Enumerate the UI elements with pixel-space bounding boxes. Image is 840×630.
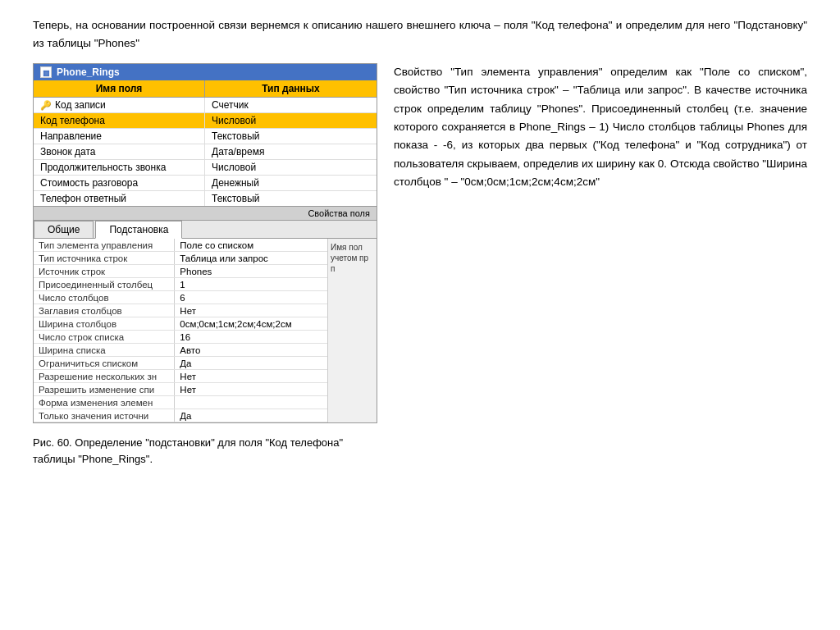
prop-value: Да <box>175 357 327 370</box>
prop-row: Разрешение нескольких знНет <box>34 370 327 383</box>
col-header-2: Тип данных <box>205 80 377 97</box>
prop-row: Форма изменения элемен <box>34 396 327 409</box>
props-outer: Тип элемента управленияПоле со спискомТи… <box>34 239 377 422</box>
row-field-type: Текстовый <box>205 191 377 206</box>
prop-name: Форма изменения элемен <box>34 396 175 409</box>
row-field-name: 🔑Код записи <box>34 98 205 112</box>
row-field-name: Телефон ответный <box>34 191 205 206</box>
prop-row: Присоединенный столбец1 <box>34 278 327 291</box>
prop-name: Тип элемента управления <box>34 239 175 252</box>
prop-value: Нет <box>175 383 327 396</box>
prop-value: Поле со списком <box>175 239 327 252</box>
key-icon: 🔑 <box>40 100 52 111</box>
table-titlebar: ▦ Phone_Rings <box>34 64 377 80</box>
prop-name: Число столбцов <box>34 291 175 304</box>
table-title: Phone_Rings <box>57 66 120 78</box>
row-field-name: Стоимость разговора <box>34 176 205 190</box>
table-row: Звонок датаДата/время <box>34 144 377 160</box>
row-field-type: Числовой <box>205 160 377 175</box>
prop-row: Только значения источниДа <box>34 409 327 422</box>
row-field-name: Направление <box>34 129 205 144</box>
table-row: 🔑Код записиСчетчик <box>34 98 377 113</box>
table-row: Продолжительность звонкаЧисловой <box>34 160 377 176</box>
row-field-type: Текстовый <box>205 129 377 144</box>
row-field-name: Код телефона <box>34 113 205 128</box>
tab-general[interactable]: Общие <box>34 221 94 238</box>
db-table-container: ▦ Phone_Rings Имя поля Тип данных 🔑Код з… <box>33 63 377 207</box>
row-field-type: Денежный <box>205 176 377 190</box>
field-props-header: Свойства поля <box>34 207 377 221</box>
table-header: Имя поля Тип данных <box>34 80 377 98</box>
row-field-name: Продолжительность звонка <box>34 160 205 175</box>
table-row: Стоимость разговораДенежный <box>34 176 377 191</box>
prop-row: Число столбцов6 <box>34 291 327 304</box>
prop-name: Тип источника строк <box>34 252 175 265</box>
prop-value: 16 <box>175 331 327 344</box>
side-note: Имя пол учетом пр п <box>327 239 377 422</box>
prop-row: Число строк списка16 <box>34 331 327 344</box>
tab-lookup[interactable]: Подстановка <box>95 221 182 239</box>
tabs-row: Общие Подстановка <box>34 221 377 239</box>
prop-value: 6 <box>175 291 327 304</box>
prop-value: Таблица или запрос <box>175 252 327 265</box>
prop-name: Ширина столбцов <box>34 317 175 331</box>
right-text: Свойство "Тип элемента управления" опред… <box>394 63 807 191</box>
prop-value: Да <box>175 409 327 422</box>
table-row: Телефон ответныйТекстовый <box>34 191 377 206</box>
props-table: Тип элемента управленияПоле со спискомТи… <box>34 239 327 422</box>
prop-row: Разрешить изменение спиНет <box>34 383 327 396</box>
prop-value: Нет <box>175 370 327 383</box>
prop-row: Тип элемента управленияПоле со списком <box>34 239 327 252</box>
prop-value: Авто <box>175 344 327 357</box>
prop-row: Ограничиться спискомДа <box>34 357 327 370</box>
prop-value: Phones <box>175 265 327 278</box>
prop-name: Разрешение нескольких зн <box>34 370 175 383</box>
prop-name: Присоединенный столбец <box>34 278 175 291</box>
prop-name: Ограничиться списком <box>34 357 175 370</box>
prop-row: Тип источника строкТаблица или запрос <box>34 252 327 265</box>
row-field-type: Числовой <box>205 113 377 128</box>
table-rows: 🔑Код записиСчетчикКод телефонаЧисловойНа… <box>34 98 377 206</box>
prop-row: Заглавия столбцовНет <box>34 304 327 317</box>
prop-value: 0см;0см;1см;2см;4см;2см <box>175 317 327 331</box>
prop-row: Ширина спискаАвто <box>34 344 327 357</box>
left-panel: ▦ Phone_Rings Имя поля Тип данных 🔑Код з… <box>33 63 377 467</box>
prop-value <box>175 396 327 409</box>
content-area: ▦ Phone_Rings Имя поля Тип данных 🔑Код з… <box>33 63 807 467</box>
prop-name: Только значения источни <box>34 409 175 422</box>
row-field-type: Дата/время <box>205 144 377 159</box>
prop-row: Источник строкPhones <box>34 265 327 278</box>
row-field-name: Звонок дата <box>34 144 205 159</box>
prop-name: Число строк списка <box>34 331 175 344</box>
table-icon: ▦ <box>40 66 52 78</box>
intro-paragraph: Теперь, на основании построенной связи в… <box>33 16 807 52</box>
props-main: Тип элемента управленияПоле со спискомТи… <box>34 239 327 422</box>
prop-name: Заглавия столбцов <box>34 304 175 317</box>
prop-value: 1 <box>175 278 327 291</box>
table-row: НаправлениеТекстовый <box>34 129 377 144</box>
col-header-1: Имя поля <box>34 80 205 97</box>
prop-row: Ширина столбцов0см;0см;1см;2см;4см;2см <box>34 317 327 331</box>
row-field-type: Счетчик <box>205 98 377 112</box>
field-props-section: Свойства поля Общие Подстановка Тип элем… <box>33 207 377 423</box>
caption-text: Рис. 60. Определение "подстановки" для п… <box>33 435 377 467</box>
prop-name: Разрешить изменение спи <box>34 383 175 396</box>
prop-value: Нет <box>175 304 327 317</box>
prop-name: Ширина списка <box>34 344 175 357</box>
prop-name: Источник строк <box>34 265 175 278</box>
table-row: Код телефонаЧисловой <box>34 113 377 129</box>
